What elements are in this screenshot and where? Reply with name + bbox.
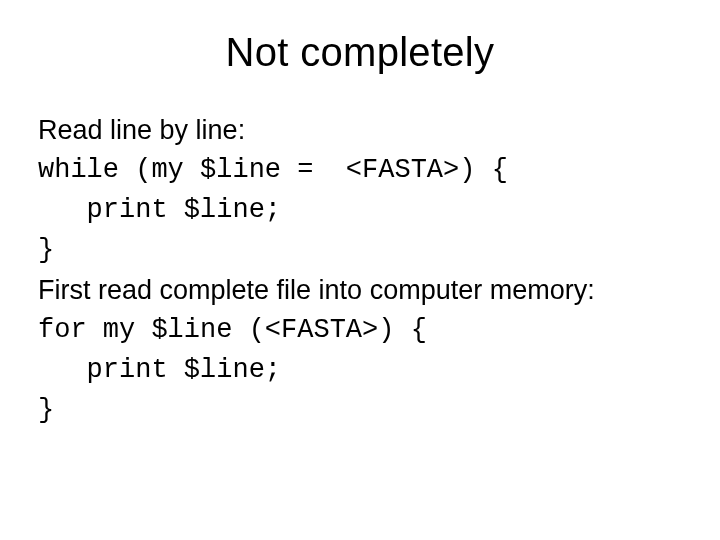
code-line: } bbox=[38, 231, 682, 271]
code-line: } bbox=[38, 391, 682, 431]
code-line: for my $line (<FASTA>) { bbox=[38, 311, 682, 351]
slide: Not completely Read line by line: while … bbox=[0, 0, 720, 540]
code-line: print $line; bbox=[38, 191, 682, 231]
slide-body: Read line by line: while (my $line = <FA… bbox=[38, 111, 682, 431]
code-line: print $line; bbox=[38, 351, 682, 391]
slide-title: Not completely bbox=[38, 30, 682, 75]
body-line: Read line by line: bbox=[38, 111, 682, 151]
body-line: First read complete file into computer m… bbox=[38, 271, 682, 311]
code-line: while (my $line = <FASTA>) { bbox=[38, 151, 682, 191]
